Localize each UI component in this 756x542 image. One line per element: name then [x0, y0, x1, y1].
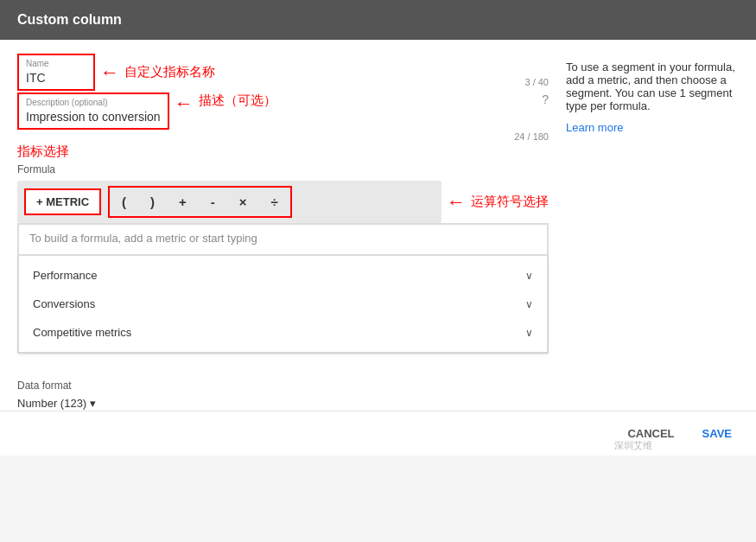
metric-dropdown: Performance ∨ Conversions ∨ Competitive … — [18, 255, 548, 353]
name-value: ITC — [26, 71, 46, 85]
dropdown-competitive-label: Competitive metrics — [33, 326, 131, 339]
op-minus[interactable]: - — [199, 191, 227, 213]
dialog-title: Custom column — [17, 12, 122, 27]
desc-value: Impression to conversion — [26, 110, 161, 124]
right-panel: To use a segment in your formula, add a … — [566, 54, 739, 354]
chevron-conversions: ∨ — [525, 298, 533, 310]
dropdown-item-conversions[interactable]: Conversions ∨ — [19, 290, 547, 318]
data-format-select[interactable]: Number (123) ▾ — [17, 397, 96, 410]
operator-annotation: 运算符号选择 — [471, 194, 549, 210]
learn-more-link[interactable]: Learn more — [566, 121, 739, 134]
dropdown-item-performance[interactable]: Performance ∨ — [19, 261, 547, 290]
dialog-header: Custom column — [0, 0, 756, 40]
desc-arrow: ← — [175, 92, 194, 115]
segment-info-text: To use a segment in your formula, add a … — [566, 61, 739, 112]
desc-char-count: 24 / 180 — [514, 131, 549, 142]
op-paren-close[interactable]: ) — [138, 191, 167, 213]
desc-field-box[interactable]: Description (optional) Impression to con… — [17, 92, 169, 130]
save-button[interactable]: SAVE — [696, 422, 739, 445]
name-arrow: ← — [100, 61, 119, 84]
formula-label: Formula — [17, 163, 549, 175]
dropdown-item-competitive[interactable]: Competitive metrics ∨ — [19, 318, 547, 347]
name-char-count: 3 / 40 — [524, 77, 549, 87]
metric-annotation: 指标选择 — [17, 143, 69, 160]
op-divide[interactable]: ÷ — [259, 191, 290, 213]
dialog-footer: 深圳艾维 CANCEL SAVE — [0, 411, 756, 456]
metric-button[interactable]: + METRIC — [24, 188, 101, 215]
formula-toolbar: + METRIC ( ) + - × ÷ — [17, 181, 442, 223]
data-format-label: Data format — [17, 379, 739, 392]
op-paren-open[interactable]: ( — [110, 191, 138, 213]
formula-area: To build a formula, add a metric or star… — [17, 223, 549, 354]
formula-placeholder: To build a formula, add a metric or star… — [18, 224, 548, 255]
data-format-value: Number (123) — [17, 397, 86, 410]
name-field-box[interactable]: Name ITC — [17, 54, 95, 91]
operator-arrow: ← — [447, 191, 466, 214]
data-format-chevron: ▾ — [90, 397, 96, 410]
name-annotation: 自定义指标名称 — [124, 64, 215, 80]
dropdown-conversions-label: Conversions — [33, 297, 95, 310]
data-format-section: Data format Number (123) ▾ — [0, 367, 756, 411]
op-plus[interactable]: + — [167, 191, 199, 213]
chevron-performance: ∨ — [525, 270, 533, 282]
desc-label: Description (optional) — [26, 98, 161, 107]
op-multiply[interactable]: × — [227, 191, 259, 213]
chevron-competitive: ∨ — [525, 327, 533, 339]
dropdown-performance-label: Performance — [33, 269, 97, 282]
operators-box: ( ) + - × ÷ — [108, 186, 292, 218]
help-icon: ? — [542, 92, 549, 106]
desc-annotation: 描述（可选） — [199, 92, 276, 109]
name-label: Name — [26, 59, 86, 68]
